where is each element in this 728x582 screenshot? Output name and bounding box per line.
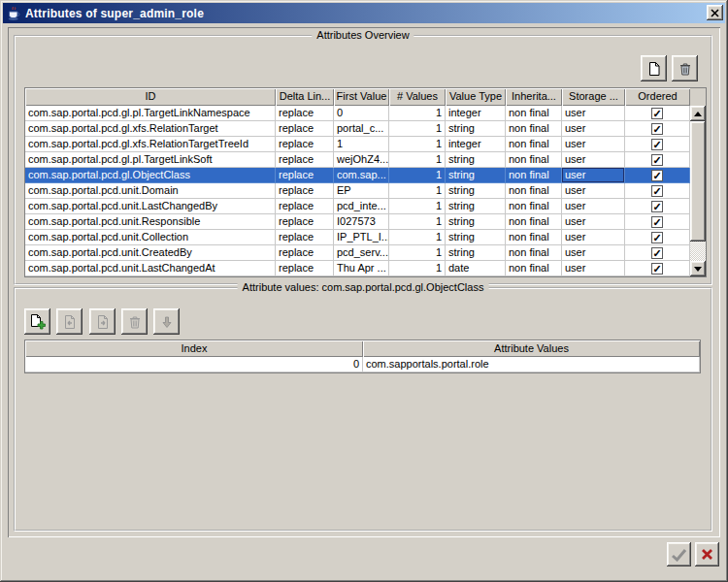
move-value-down-button[interactable]: [153, 308, 180, 335]
ordered-checkbox[interactable]: [651, 185, 663, 197]
cell-delta-link[interactable]: replace: [276, 137, 334, 152]
close-button[interactable]: [707, 5, 723, 20]
column-header-index[interactable]: Index: [25, 340, 363, 357]
table-row[interactable]: com.sap.portal.pcd.gl.xfs.RelationTarget…: [25, 121, 706, 137]
column-header-storage[interactable]: Storage ...: [562, 88, 625, 106]
cell-storage[interactable]: user: [562, 106, 625, 121]
cell-inheritance[interactable]: non final: [506, 199, 562, 214]
cell-id[interactable]: com.sap.portal.pcd.unit.CreatedBy: [25, 245, 276, 261]
cell-storage[interactable]: user: [562, 152, 625, 168]
cell-delta-link[interactable]: replace: [276, 245, 334, 261]
cell-id[interactable]: com.sap.portal.pcd.unit.LastChangedAt: [25, 261, 276, 276]
cell-value-type[interactable]: integer: [446, 106, 506, 121]
cell-delta-link[interactable]: replace: [276, 261, 334, 276]
cell-value-type[interactable]: string: [446, 183, 506, 199]
cell-storage[interactable]: user: [562, 261, 625, 276]
value-row[interactable]: 0 com.sapportals.portal.role: [25, 357, 700, 372]
add-value-button[interactable]: [24, 308, 50, 335]
cell-num-values[interactable]: 1: [389, 106, 446, 121]
cell-delta-link[interactable]: replace: [276, 183, 334, 199]
cell-id[interactable]: com.sap.portal.pcd.unit.Domain: [25, 183, 276, 199]
delete-attribute-button[interactable]: [672, 55, 698, 81]
cell-delta-link[interactable]: replace: [276, 152, 334, 168]
cell-num-values[interactable]: 1: [389, 152, 446, 168]
cell-first-value[interactable]: 1: [334, 137, 389, 152]
cell-delta-link[interactable]: replace: [276, 230, 334, 245]
ordered-checkbox[interactable]: [651, 201, 663, 212]
cancel-button[interactable]: [695, 542, 719, 566]
cell-first-value[interactable]: portal_c...: [334, 121, 389, 137]
cell-ordered[interactable]: [625, 183, 690, 199]
cell-storage[interactable]: user: [562, 214, 625, 230]
ordered-checkbox[interactable]: [651, 232, 663, 243]
cell-inheritance[interactable]: non final: [506, 183, 562, 199]
column-header-attribute-values[interactable]: Attribute Values: [363, 340, 700, 357]
ordered-checkbox[interactable]: [651, 108, 663, 119]
cell-ordered[interactable]: [625, 261, 690, 276]
table-row[interactable]: com.sap.portal.pcd.gl.xfs.RelationTarget…: [25, 137, 706, 152]
cell-first-value[interactable]: Thu Apr ...: [334, 261, 389, 276]
cell-storage[interactable]: user: [562, 137, 625, 152]
cell-inheritance[interactable]: non final: [506, 245, 562, 261]
cell-storage[interactable]: user: [562, 199, 625, 214]
scroll-up-button[interactable]: [690, 106, 706, 121]
cell-storage[interactable]: user: [562, 121, 625, 137]
title-bar[interactable]: Attributes of super_admin_role: [3, 3, 725, 23]
cell-delta-link[interactable]: replace: [276, 214, 334, 230]
cell-num-values[interactable]: 1: [389, 137, 446, 152]
table-row[interactable]: com.sap.portal.pcd.gl.pl.TargetLinkSoft …: [25, 152, 706, 168]
cell-value-type[interactable]: string: [446, 230, 506, 245]
cell-num-values[interactable]: 1: [389, 183, 446, 199]
cell-inheritance[interactable]: non final: [506, 152, 562, 168]
cell-value-type[interactable]: string: [446, 121, 506, 137]
cell-id[interactable]: com.sap.portal.pcd.gl.xfs.RelationTarget…: [25, 137, 276, 152]
cell-id[interactable]: com.sap.portal.pcd.gl.xfs.RelationTarget: [25, 121, 276, 137]
cell-ordered[interactable]: [625, 106, 690, 121]
new-attribute-button[interactable]: [641, 55, 667, 81]
cell-index[interactable]: 0: [25, 357, 363, 372]
cell-num-values[interactable]: 1: [389, 168, 446, 183]
cell-first-value[interactable]: pcd_inte...: [334, 199, 389, 214]
cell-ordered[interactable]: [625, 137, 690, 152]
cell-value-type[interactable]: string: [446, 152, 506, 168]
cell-num-values[interactable]: 1: [389, 214, 446, 230]
cell-inheritance[interactable]: non final: [506, 261, 562, 276]
column-header-first-value[interactable]: First Value: [334, 88, 389, 106]
cell-first-value[interactable]: com.sap...: [334, 168, 389, 183]
cell-first-value[interactable]: wejOhZ4...: [334, 152, 389, 168]
cell-first-value[interactable]: EP: [334, 183, 389, 199]
cell-num-values[interactable]: 1: [389, 199, 446, 214]
table-row[interactable]: com.sap.portal.pcd.unit.Responsible repl…: [25, 214, 706, 230]
scroll-down-button[interactable]: [690, 261, 706, 276]
cell-storage[interactable]: user: [562, 183, 625, 199]
scrollbar-thumb[interactable]: [690, 121, 706, 242]
ordered-checkbox[interactable]: [651, 170, 663, 181]
table-row[interactable]: com.sap.portal.pcd.unit.CreatedBy replac…: [25, 245, 706, 261]
cell-first-value[interactable]: pcd_serv...: [334, 245, 389, 261]
cell-delta-link[interactable]: replace: [276, 199, 334, 214]
cell-value-type[interactable]: string: [446, 168, 506, 183]
cell-value-type[interactable]: string: [446, 245, 506, 261]
cell-ordered[interactable]: [625, 230, 690, 245]
cell-delta-link[interactable]: replace: [276, 168, 334, 183]
cell-ordered[interactable]: [625, 199, 690, 214]
cell-ordered[interactable]: [625, 245, 690, 261]
cell-id[interactable]: com.sap.portal.pcd.unit.Responsible: [25, 214, 276, 230]
ordered-checkbox[interactable]: [651, 123, 663, 135]
cell-value-type[interactable]: date: [446, 261, 506, 276]
cell-first-value[interactable]: IP_PTL_I...: [334, 230, 389, 245]
column-header-ordered[interactable]: Ordered: [625, 88, 690, 106]
cell-id[interactable]: com.sap.portal.pcd.gl.ObjectClass: [25, 168, 276, 183]
ordered-checkbox[interactable]: [651, 247, 663, 259]
ordered-checkbox[interactable]: [651, 154, 663, 166]
cell-ordered[interactable]: [625, 152, 690, 168]
cell-inheritance[interactable]: non final: [506, 106, 562, 121]
cell-inheritance[interactable]: non final: [506, 214, 562, 230]
ordered-checkbox[interactable]: [651, 216, 663, 228]
cell-attribute-value[interactable]: com.sapportals.portal.role: [363, 357, 700, 372]
cell-inheritance[interactable]: non final: [506, 230, 562, 245]
column-header-value-type[interactable]: Value Type: [446, 88, 506, 106]
ok-button[interactable]: [667, 542, 691, 566]
table-row[interactable]: com.sap.portal.pcd.gl.ObjectClass replac…: [25, 168, 706, 183]
attributes-table-scrollbar[interactable]: [690, 106, 706, 276]
